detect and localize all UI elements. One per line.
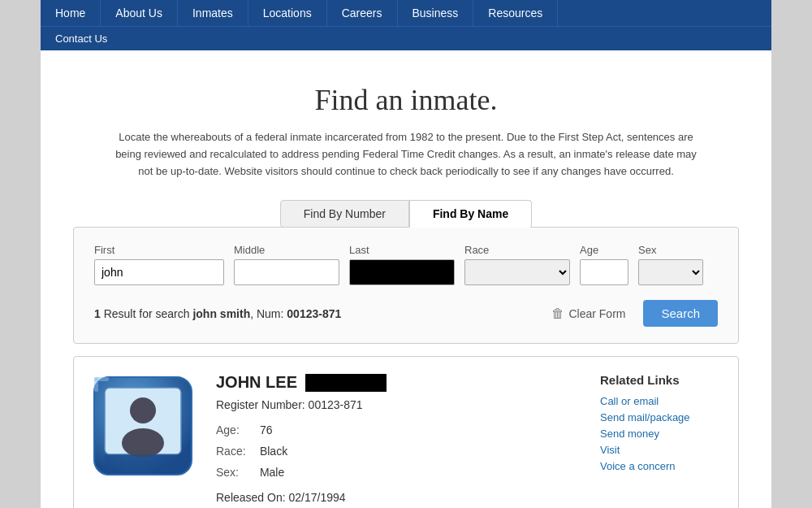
results-actions: 🗑 Clear Form Search: [542, 300, 718, 327]
nav-contact[interactable]: Contact Us: [41, 27, 122, 50]
middle-field-group: Middle: [234, 244, 339, 285]
results-label: Result for search: [104, 307, 190, 320]
last-label: Last: [349, 244, 455, 256]
nav-bar: Home About Us Inmates Locations Careers …: [41, 0, 771, 26]
page-description: Locate the whereabouts of a federal inma…: [114, 129, 698, 180]
svg-rect-6: [94, 377, 98, 392]
middle-label: Middle: [234, 244, 339, 256]
link-send-mail[interactable]: Send mail/package: [600, 411, 722, 423]
avatar-container: [90, 373, 196, 479]
first-field-group: First: [94, 244, 224, 285]
inmate-last-name-redacted: [305, 374, 387, 392]
first-label: First: [94, 244, 224, 256]
reg-label: Register Number:: [216, 398, 305, 411]
sex-field-group: Sex Female Male: [638, 244, 703, 285]
sex-row: Sex: Male: [216, 463, 580, 483]
inmate-name-row: JOHN LEE: [216, 373, 580, 392]
sex-detail-value: Male: [260, 466, 284, 479]
released-row: Released On: 02/17/1994: [216, 491, 580, 504]
first-input[interactable]: [94, 259, 224, 285]
last-field-group: Last: [349, 244, 455, 285]
race-select[interactable]: Asian Black Native American Unknown Whit…: [464, 259, 570, 285]
age-field-group: Age: [580, 244, 628, 285]
race-detail-value: Black: [260, 445, 287, 458]
reg-number-row: Register Number: 00123-871: [216, 398, 580, 411]
sex-label: Sex: [638, 244, 703, 256]
reg-value: 00123-871: [309, 398, 363, 411]
age-label: Age: [580, 244, 628, 256]
fields-row: First Middle Last Race Asian Bla: [94, 244, 718, 285]
result-card: JOHN LEE Register Number: 00123-871 Age:…: [73, 356, 739, 508]
race-label: Race: [464, 244, 570, 256]
results-text: 1 Result for search john smith, Num: 001…: [94, 307, 341, 320]
main-content: Find an inmate. Locate the whereabouts o…: [41, 50, 771, 508]
clear-form-button[interactable]: 🗑 Clear Form: [542, 302, 635, 326]
released-label: Released On:: [216, 491, 286, 504]
search-tabs: Find By Number Find By Name: [73, 200, 739, 228]
page-wrapper: Home About Us Inmates Locations Careers …: [41, 0, 771, 508]
tab-find-by-number[interactable]: Find By Number: [280, 200, 409, 228]
nav-business[interactable]: Business: [398, 0, 474, 26]
nav-inmates[interactable]: Inmates: [178, 0, 248, 26]
sex-detail-label: Sex:: [216, 463, 257, 483]
nav-resources[interactable]: Resources: [473, 0, 558, 26]
link-voice-concern[interactable]: Voice a concern: [600, 460, 722, 472]
trash-icon: 🗑: [551, 306, 564, 321]
results-num-value: 00123-871: [287, 307, 341, 320]
middle-input[interactable]: [234, 259, 339, 285]
race-detail-label: Race:: [216, 442, 257, 462]
results-bar: 1 Result for search john smith, Num: 001…: [94, 300, 718, 327]
age-detail-value: 76: [260, 423, 273, 436]
age-detail-label: Age:: [216, 421, 257, 441]
last-input[interactable]: [349, 259, 455, 285]
page-title: Find an inmate.: [73, 83, 739, 117]
race-field-group: Race Asian Black Native American Unknown…: [464, 244, 570, 285]
clear-label: Clear Form: [568, 307, 625, 320]
inmate-first-name: JOHN LEE: [216, 373, 297, 392]
age-input[interactable]: [580, 259, 628, 285]
age-row: Age: 76: [216, 421, 580, 441]
nav-sub-bar: Contact Us: [41, 26, 771, 50]
svg-point-3: [122, 428, 164, 458]
nav-careers[interactable]: Careers: [327, 0, 398, 26]
avatar-icon: [90, 373, 196, 479]
results-search-name: john smith: [192, 307, 250, 320]
results-num-label: Num:: [257, 307, 283, 320]
nav-home[interactable]: Home: [41, 0, 101, 26]
link-visit[interactable]: Visit: [600, 444, 722, 456]
inmate-info: JOHN LEE Register Number: 00123-871 Age:…: [216, 373, 580, 503]
link-call-email[interactable]: Call or email: [600, 395, 722, 407]
search-box: First Middle Last Race Asian Bla: [73, 227, 739, 344]
tab-find-by-name[interactable]: Find By Name: [409, 200, 532, 228]
svg-rect-4: [105, 454, 181, 471]
nav-about[interactable]: About Us: [101, 0, 178, 26]
search-button[interactable]: Search: [643, 300, 718, 327]
related-links: Related Links Call or email Send mail/pa…: [600, 373, 722, 476]
related-links-title: Related Links: [600, 373, 722, 387]
race-row: Race: Black: [216, 442, 580, 462]
nav-locations[interactable]: Locations: [248, 0, 327, 26]
results-count: 1: [94, 307, 101, 320]
sex-select[interactable]: Female Male: [638, 259, 703, 285]
released-value: 02/17/1994: [289, 491, 346, 504]
svg-point-2: [130, 397, 156, 423]
link-send-money[interactable]: Send money: [600, 428, 722, 440]
